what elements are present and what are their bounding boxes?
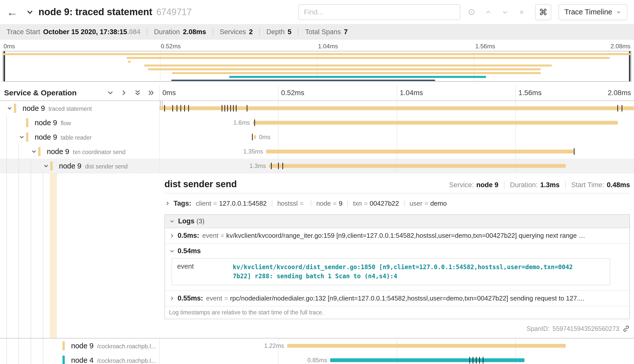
span-duration-bar[interactable]: [269, 164, 566, 168]
span-row[interactable]: node 4/cockroach.roachpb.I...0.85ms: [0, 353, 634, 364]
log-chevron-right-icon[interactable]: [169, 233, 175, 239]
span-row[interactable]: node 9traced statement: [0, 101, 634, 115]
logs-count: (3): [197, 217, 205, 225]
span-detail-meta: Service:node 9Duration:1.3msStart Time:0…: [449, 181, 630, 189]
span-duration-bar[interactable]: [266, 149, 574, 153]
span-tree-cell[interactable]: node 9flow: [0, 115, 159, 130]
tag-key: client: [196, 200, 211, 207]
tag-value: 127.0.0.1:54582: [219, 200, 267, 207]
span-detail-panel: dist sender send Service:node 9Duration:…: [0, 173, 634, 338]
span-duration-bar[interactable]: [330, 358, 524, 362]
span-tree-cell[interactable]: node 9traced statement: [0, 101, 159, 115]
minimap-left-drag-handle[interactable]: [4, 51, 5, 81]
minimap-canvas[interactable]: [3, 51, 631, 82]
span-timeline-cell[interactable]: 1.35ms: [159, 144, 634, 159]
span-operation-name: flow: [61, 120, 71, 126]
span-tree-cell[interactable]: node 9txn coordinator send: [0, 144, 159, 159]
span-tree-cell[interactable]: node 4/cockroach.roachpb.I...: [0, 353, 159, 364]
logs-chevron-down-icon[interactable]: [169, 218, 175, 224]
next-result-chevron-down-icon[interactable]: [501, 8, 509, 16]
log-marker-tick: [479, 357, 480, 363]
keyboard-shortcuts-button[interactable]: ⌘: [535, 4, 551, 20]
trace-view-page: ← node 9: traced statement 6749717 ⌘ Tra…: [0, 0, 634, 364]
span-timeline-cell[interactable]: 0.85ms: [159, 353, 634, 364]
span-id-row: SpanID: 5597415943526560273: [164, 325, 630, 332]
log-timestamp: 0.55ms:: [178, 294, 203, 302]
axis-tick-label: 1.04ms: [318, 43, 338, 50]
expand-all-double-chevron-right-icon[interactable]: [148, 89, 155, 96]
span-duration-bar[interactable]: [254, 135, 256, 139]
tags-divider: [311, 200, 311, 207]
back-arrow-button[interactable]: ←: [7, 7, 18, 18]
log-entry-header[interactable]: 0.54ms: [169, 247, 625, 255]
log-entries: 0.5ms:event=kv/kvclient/kvcoord/range_it…: [165, 228, 629, 306]
chevron-down-icon: [616, 9, 621, 15]
trace-collapse-chevron-icon[interactable]: [25, 8, 34, 16]
span-timeline-cell[interactable]: [159, 101, 634, 115]
minimap-right-drag-handle[interactable]: [629, 51, 630, 81]
tag-key: hostssl: [277, 200, 298, 207]
span-operation-name: txn coordinator send: [73, 148, 125, 155]
summary-item: Total Spans7: [305, 28, 348, 36]
tree-indent-guide: [43, 338, 43, 353]
span-duration-bar[interactable]: [253, 121, 618, 124]
span-tree-cell[interactable]: node 9dist sender send: [0, 159, 159, 173]
collapse-all-double-chevron-down-icon[interactable]: [134, 89, 141, 96]
clear-search-x-icon[interactable]: [518, 8, 525, 16]
span-timeline-cell[interactable]: 0ms: [159, 130, 634, 144]
prev-result-chevron-up-icon[interactable]: [484, 8, 492, 16]
chevron-down-icon[interactable]: [31, 148, 37, 155]
expand-one-chevron-right-icon[interactable]: [120, 89, 128, 96]
log-timestamp: 0.5ms:: [178, 232, 199, 240]
span-tree-cell[interactable]: node 9/cockroach.roachpb.I...: [0, 338, 159, 353]
summary-divider: [259, 28, 260, 36]
log-chevron-down-icon[interactable]: [169, 248, 175, 254]
span-tags-row[interactable]: Tags: client=127.0.0.1:54582hostssl=node…: [164, 198, 630, 209]
span-timeline-cell[interactable]: 1.22ms: [159, 338, 634, 353]
copy-link-icon[interactable]: [622, 325, 630, 332]
span-duration-label: 0ms: [259, 134, 270, 141]
summary-label: Depth: [266, 28, 285, 36]
span-timeline-cell[interactable]: 1.3ms: [159, 159, 634, 173]
span-tree-cell[interactable]: node 9table reader: [0, 130, 159, 144]
find-input[interactable]: [298, 4, 460, 20]
span-row[interactable]: node 9dist sender send1.3ms: [0, 159, 634, 173]
detail-meta-label: Start Time:: [571, 181, 604, 189]
log-entry[interactable]: 0.54mseventkv/kvclient/kvcoord/dist_send…: [165, 244, 629, 291]
summary-divider: [213, 28, 213, 36]
logs-header[interactable]: Logs (3): [165, 215, 629, 228]
view-dropdown-button[interactable]: Trace Timeline: [558, 4, 627, 20]
span-row[interactable]: node 9txn coordinator send1.35ms: [0, 144, 634, 159]
chevron-down-icon[interactable]: [43, 163, 49, 169]
axis-tick-label: 1.56ms: [475, 43, 495, 50]
summary-label: Trace Start: [7, 28, 40, 36]
span-name: node 4/cockroach.roachpb.I...: [71, 356, 158, 364]
collapse-one-chevron-down-icon[interactable]: [107, 89, 114, 96]
collapse-controls: [107, 89, 155, 96]
span-service-name: node 9: [35, 118, 57, 126]
span-duration-label: 1.6ms: [233, 119, 250, 126]
span-row[interactable]: node 9/cockroach.roachpb.I...1.22ms: [0, 338, 634, 353]
span-row[interactable]: node 9table reader0ms: [0, 130, 634, 144]
span-id-value: 5597415943526560273: [553, 325, 619, 332]
tag-item: user=demo: [410, 200, 447, 207]
log-marker-tick: [180, 105, 181, 112]
span-operation-name: table reader: [61, 134, 92, 141]
log-entry[interactable]: 0.55ms:event=rpc/nodedialer/nodedialer.g…: [165, 291, 629, 306]
log-marker-tick: [236, 105, 237, 112]
log-chevron-right-icon[interactable]: [169, 295, 175, 302]
log-entry[interactable]: 0.5ms:event=kv/kvclient/kvcoord/range_it…: [165, 228, 629, 244]
summary-item: Duration2.08ms: [154, 28, 206, 36]
chevron-down-icon[interactable]: [6, 105, 13, 112]
span-timeline-cell[interactable]: 1.6ms: [159, 115, 634, 130]
tag-key: user: [410, 200, 422, 207]
tags-chevron-right-icon[interactable]: [164, 200, 171, 206]
match-target-icon[interactable]: [468, 8, 475, 16]
log-field-key: event: [206, 294, 222, 302]
span-row[interactable]: node 9flow1.6ms: [0, 115, 634, 130]
tree-indent-guide: [6, 130, 7, 144]
column-resizer[interactable]: [160, 101, 163, 107]
log-marker-tick: [224, 105, 225, 112]
span-duration-bar[interactable]: [287, 344, 566, 348]
chevron-down-icon[interactable]: [18, 134, 25, 140]
